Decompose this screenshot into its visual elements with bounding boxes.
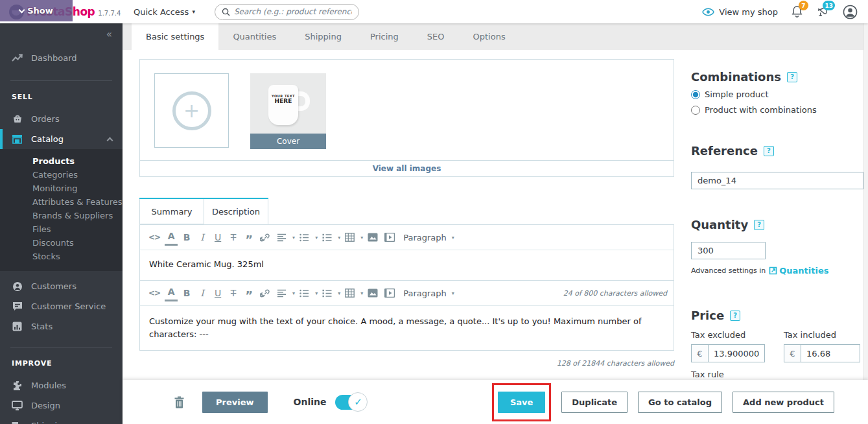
numbered-list-icon[interactable] <box>320 229 334 246</box>
product-image-thumbnail[interactable]: YOUR TEXT HERE Cover <box>250 73 326 149</box>
sidebar-item-customer-service[interactable]: Customer Service <box>0 296 123 316</box>
reference-input[interactable] <box>691 172 863 189</box>
bold-icon[interactable]: B <box>180 229 193 246</box>
image-icon[interactable] <box>366 229 380 246</box>
shop-announcements-button[interactable]: 13 <box>816 5 830 18</box>
dashboard-icon <box>12 54 23 62</box>
tab-options[interactable]: Options <box>459 23 520 50</box>
radio-input[interactable] <box>691 106 700 115</box>
text-color-icon[interactable]: A <box>165 285 178 301</box>
paragraph-dropdown[interactable]: Paragraph▾ <box>403 289 454 298</box>
add-image-icon: + <box>172 91 211 130</box>
sidebar-subitem-attributes-features[interactable]: Attributes & Features <box>0 195 123 209</box>
italic-icon[interactable]: I <box>196 285 209 301</box>
global-search[interactable] <box>215 4 359 20</box>
reference-section: Reference ? <box>691 144 863 189</box>
sidebar-subitem-brands-suppliers[interactable]: Brands & Suppliers <box>0 209 123 222</box>
tab-basic-settings[interactable]: Basic settings <box>132 23 218 50</box>
radio-product-with-combinations[interactable]: Product with combinations <box>691 105 863 115</box>
bullet-list-icon[interactable] <box>298 285 311 301</box>
tab-pricing[interactable]: Pricing <box>356 23 413 50</box>
sidebar-subitem-monitoring[interactable]: Monitoring <box>0 182 123 195</box>
help-icon[interactable]: ? <box>764 146 774 156</box>
underline-icon[interactable]: U <box>211 229 224 246</box>
price-tax-excluded-input[interactable] <box>708 344 765 362</box>
notifications-button[interactable]: 7 <box>791 5 803 18</box>
image-icon[interactable] <box>366 285 380 301</box>
sidebar-item-stats[interactable]: Stats <box>0 316 123 336</box>
radio-input[interactable] <box>691 90 700 99</box>
video-icon[interactable] <box>382 229 397 246</box>
sidebar-item-orders[interactable]: Orders <box>0 109 123 129</box>
sidebar-subitem-files[interactable]: Files <box>0 222 123 236</box>
orders-icon <box>12 114 23 124</box>
sidebar-subitem-products[interactable]: Products <box>0 154 123 168</box>
sidebar-subitem-categories[interactable]: Categories <box>0 168 123 182</box>
video-icon[interactable] <box>382 285 397 301</box>
price-tax-included-input[interactable] <box>801 344 860 362</box>
header-right: View my shop 7 13 <box>702 5 868 19</box>
delete-product-button[interactable] <box>174 396 185 408</box>
sidebar-subitem-stocks[interactable]: Stocks <box>0 250 123 263</box>
sidebar-subitem-discounts[interactable]: Discounts <box>0 236 123 250</box>
blockquote-icon[interactable]: ” <box>242 229 255 246</box>
view-my-shop-link[interactable]: View my shop <box>702 7 778 17</box>
quick-access-dropdown[interactable]: Quick Access ▾ <box>134 7 195 17</box>
sidebar-item-modules[interactable]: Modules <box>0 375 123 395</box>
tax-included-label: Tax included <box>784 330 860 340</box>
quantities-link[interactable]: Quantities <box>769 266 828 276</box>
show-overlay[interactable]: Show <box>0 0 73 21</box>
align-icon[interactable] <box>275 229 288 246</box>
sidebar-item-customers[interactable]: Customers <box>0 276 123 296</box>
summary-editor-content[interactable]: White Ceramic Mug. 325ml <box>140 250 674 280</box>
table-icon[interactable] <box>343 285 357 301</box>
tab-description[interactable]: Description <box>204 199 268 224</box>
add-new-product-button[interactable]: Add new product <box>733 392 834 413</box>
bullet-list-icon[interactable] <box>298 229 311 246</box>
sidebar-item-catalog[interactable]: Catalog <box>0 129 123 149</box>
sidebar-item-shipping[interactable]: Shipping <box>0 416 123 424</box>
preview-button[interactable]: Preview <box>202 392 268 413</box>
align-icon[interactable] <box>275 285 288 301</box>
announcement-count-badge: 13 <box>823 1 835 10</box>
tab-quantities[interactable]: Quantities <box>218 23 290 50</box>
help-icon[interactable]: ? <box>787 72 797 82</box>
add-image-dropzone[interactable]: + <box>154 73 229 148</box>
tab-summary[interactable]: Summary <box>139 199 204 224</box>
chevron-down-icon: ▾ <box>338 290 340 296</box>
description-editor-content[interactable]: Customize your mug with the text of your… <box>140 306 674 350</box>
help-icon[interactable]: ? <box>730 311 740 321</box>
link-icon[interactable] <box>258 229 272 246</box>
sidebar-item-dashboard[interactable]: Dashboard <box>0 45 123 70</box>
blockquote-icon[interactable]: ” <box>242 285 255 301</box>
help-icon[interactable]: ? <box>754 220 764 230</box>
save-button[interactable]: Save <box>498 392 545 413</box>
search-input[interactable] <box>234 7 352 16</box>
go-to-catalog-button[interactable]: Go to catalog <box>638 392 722 413</box>
online-toggle[interactable]: ✓ <box>335 394 368 410</box>
paragraph-dropdown[interactable]: Paragraph▾ <box>403 233 454 242</box>
account-avatar-icon[interactable] <box>843 5 858 19</box>
bold-icon[interactable]: B <box>180 285 193 301</box>
source-code-icon[interactable]: <> <box>147 229 162 246</box>
italic-icon[interactable]: I <box>196 229 209 246</box>
duplicate-button[interactable]: Duplicate <box>561 392 628 413</box>
view-all-images-button[interactable]: View all images <box>140 160 674 176</box>
strikethrough-icon[interactable]: T <box>227 285 240 301</box>
radio-simple-product[interactable]: Simple product <box>691 89 863 99</box>
link-icon[interactable] <box>258 285 272 301</box>
table-icon[interactable] <box>343 229 357 246</box>
underline-icon[interactable]: U <box>211 285 224 301</box>
tab-shipping[interactable]: Shipping <box>290 23 356 50</box>
chevron-down-icon: ▾ <box>452 235 454 241</box>
numbered-list-icon[interactable] <box>320 285 334 301</box>
tab-seo[interactable]: SEO <box>413 23 459 50</box>
source-code-icon[interactable]: <> <box>147 285 162 301</box>
sidebar-item-design[interactable]: Design <box>0 395 123 416</box>
vertical-scrollbar[interactable] <box>863 23 868 380</box>
sidebar-collapse-button[interactable]: « <box>0 23 123 41</box>
quantity-input[interactable] <box>691 242 766 259</box>
chat-icon <box>12 301 23 311</box>
strikethrough-icon[interactable]: T <box>227 229 240 246</box>
text-color-icon[interactable]: A <box>165 229 178 246</box>
